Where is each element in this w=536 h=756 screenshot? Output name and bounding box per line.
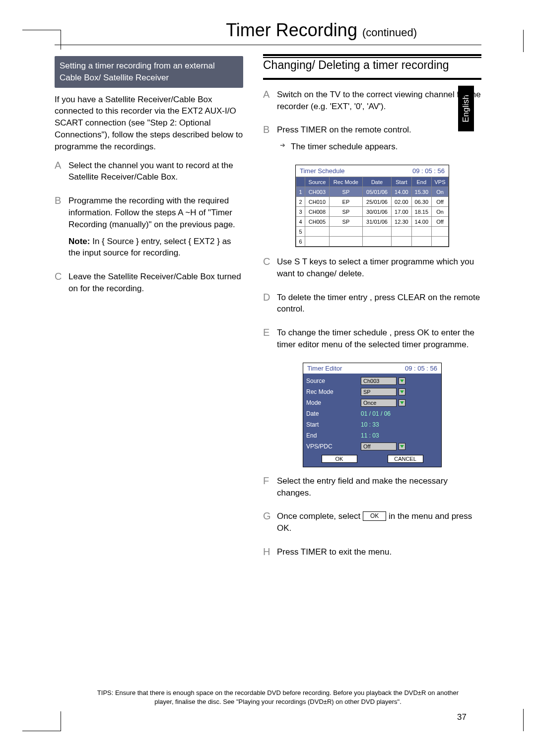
step-text: Press TIMER to exit the menu. xyxy=(277,546,392,558)
editor-label-recmode: Rec Mode xyxy=(306,388,361,395)
schedule-header xyxy=(296,177,305,187)
step-left-A: A Select the channel you want to record … xyxy=(55,160,243,189)
editor-value-mode[interactable]: Once xyxy=(361,399,397,407)
step-letter: A xyxy=(263,89,272,118)
editor-value-source[interactable]: Ch003 xyxy=(361,377,397,385)
crop-mark-br xyxy=(523,709,524,731)
step-text: Programme the recording with the require… xyxy=(68,195,243,230)
step-text: To change the timer schedule , press OK … xyxy=(277,327,481,351)
schedule-cell: CH005 xyxy=(305,217,330,227)
note-label: Note: xyxy=(68,237,90,246)
step-right-F: F Select the entry field and make the ne… xyxy=(263,475,481,504)
schedule-header: End xyxy=(411,177,431,187)
schedule-cell: 25/01/06 xyxy=(362,197,391,207)
schedule-row[interactable]: 6 xyxy=(296,237,449,247)
schedule-cell: 12.30 xyxy=(392,217,411,227)
editor-label-date: Date xyxy=(306,410,361,417)
step-letter: A xyxy=(55,160,64,189)
step-text: Leave the Satellite Receiver/Cable Box t… xyxy=(68,271,243,295)
dropdown-icon[interactable] xyxy=(399,388,405,395)
editor-cancel-button[interactable]: CANCEL xyxy=(388,455,423,463)
schedule-cell xyxy=(362,237,391,247)
schedule-cell: 30/01/06 xyxy=(362,207,391,217)
timer-schedule-box: Timer Schedule 09 : 05 : 56 SourceRec Mo… xyxy=(295,165,449,247)
editor-value-date[interactable]: 01 / 01 / 06 xyxy=(361,410,391,417)
step-note: Note: In { Source } entry, select { EXT2… xyxy=(68,236,243,259)
dropdown-icon[interactable] xyxy=(399,399,405,406)
schedule-header: Date xyxy=(362,177,391,187)
editor-value-recmode[interactable]: SP xyxy=(361,388,397,396)
editor-ok-button[interactable]: OK xyxy=(322,455,357,463)
schedule-cell: EP xyxy=(329,197,362,207)
timer-editor-box: Timer Editor 09 : 05 : 56 SourceCh003 Re… xyxy=(303,363,442,467)
schedule-cell: CH008 xyxy=(305,207,330,217)
schedule-cell: On xyxy=(431,207,448,217)
step-left-B: B Programme the recording with the requi… xyxy=(55,195,243,264)
step-letter: E xyxy=(263,327,272,356)
crop-mark-tr xyxy=(523,30,524,52)
title-continued: (continued) xyxy=(362,26,417,39)
title-rule xyxy=(55,45,481,45)
editor-value-vps[interactable]: Off xyxy=(361,442,397,450)
step-right-B: B Press TIMER on the remote control. The… xyxy=(263,124,481,158)
schedule-row[interactable]: 4CH005SP31/01/0612.3014.00Off xyxy=(296,217,449,227)
schedule-header: Start xyxy=(392,177,411,187)
editor-value-start[interactable]: 10 : 33 xyxy=(361,421,379,428)
step-g-pre: Once complete, select xyxy=(277,511,363,521)
schedule-header: Rec Mode xyxy=(329,177,362,187)
schedule-cell xyxy=(411,227,431,237)
step-right-C: C Use S T keys to select a timer program… xyxy=(263,256,481,285)
step-letter: B xyxy=(263,124,272,158)
step-letter: H xyxy=(263,546,272,563)
schedule-cell: CH003 xyxy=(305,187,330,197)
schedule-cell xyxy=(431,237,448,247)
schedule-row[interactable]: 2CH010EP25/01/0602.0006.30Off xyxy=(296,197,449,207)
schedule-cell: 14.00 xyxy=(392,187,411,197)
step-text: To delete the timer entry , press CLEAR … xyxy=(277,292,481,315)
schedule-cell: 5 xyxy=(296,227,305,237)
schedule-clock: 09 : 05 : 56 xyxy=(412,167,445,175)
editor-label-source: Source xyxy=(306,378,361,384)
step-sub: The timer schedule appears. xyxy=(277,141,411,153)
schedule-cell: SP xyxy=(329,207,362,217)
editor-value-end[interactable]: 11 : 03 xyxy=(361,432,379,439)
schedule-cell: 17.00 xyxy=(392,207,411,217)
schedule-title: Timer Schedule xyxy=(300,167,345,175)
schedule-header: Source xyxy=(305,177,330,187)
schedule-cell: 05/01/06 xyxy=(362,187,391,197)
schedule-cell: 6 xyxy=(296,237,305,247)
left-intro: If you have a Satellite Receiver/Cable B… xyxy=(55,94,243,153)
step-text: Select the channel you want to record at… xyxy=(68,160,243,184)
editor-label-end: End xyxy=(306,432,361,439)
editor-title: Timer Editor xyxy=(307,365,342,372)
step-text: Once complete, select OK in the menu and… xyxy=(277,510,481,534)
editor-label-start: Start xyxy=(306,421,361,428)
schedule-cell: Off xyxy=(431,217,448,227)
tips-footer: TIPS: Ensure that there is enough space … xyxy=(89,689,467,706)
step-text: Switch on the TV to the correct viewing … xyxy=(277,89,481,113)
dropdown-icon[interactable] xyxy=(399,443,405,450)
title-text: Timer Recording xyxy=(226,20,357,40)
step-letter: B xyxy=(55,195,64,264)
step-letter: D xyxy=(263,292,272,320)
schedule-cell: 06.30 xyxy=(411,197,431,207)
step-letter: G xyxy=(263,510,272,539)
editor-label-mode: Mode xyxy=(306,399,361,406)
schedule-cell: 15.30 xyxy=(411,187,431,197)
crop-mark-bl xyxy=(22,711,61,731)
schedule-row[interactable]: 5 xyxy=(296,227,449,237)
step-right-E: E To change the timer schedule , press O… xyxy=(263,327,481,356)
step-letter: C xyxy=(55,271,64,300)
editor-label-vps: VPS/PDC xyxy=(306,443,361,450)
schedule-cell: 3 xyxy=(296,207,305,217)
schedule-cell: 02.00 xyxy=(392,197,411,207)
step-text: Use S T keys to select a timer programme… xyxy=(277,256,481,280)
editor-clock: 09 : 05 : 56 xyxy=(405,365,437,372)
inline-ok-button: OK xyxy=(363,511,386,521)
schedule-cell: Off xyxy=(431,197,448,207)
dropdown-icon[interactable] xyxy=(399,378,405,384)
schedule-cell: 14.00 xyxy=(411,217,431,227)
step-right-G: G Once complete, select OK in the menu a… xyxy=(263,510,481,539)
schedule-row[interactable]: 1CH003SP05/01/0614.0015.30On xyxy=(296,187,449,197)
schedule-row[interactable]: 3CH008SP30/01/0617.0018.15On xyxy=(296,207,449,217)
